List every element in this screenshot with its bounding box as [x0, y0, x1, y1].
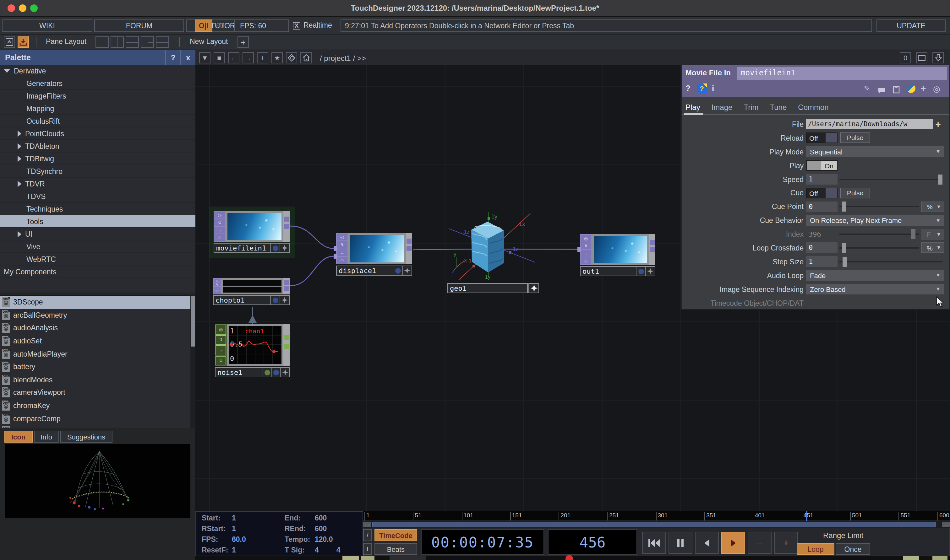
- tree-item-tdableton[interactable]: TDAbleton: [0, 140, 196, 152]
- node-chopto1[interactable]: ◎ ↯ → ♨: [213, 278, 290, 294]
- comment-icon[interactable]: [878, 85, 886, 97]
- new-layout-add-button[interactable]: +: [238, 36, 249, 48]
- output-connector[interactable]: [284, 286, 289, 291]
- param-tab-play[interactable]: Play: [685, 103, 700, 114]
- jump-to-start-button[interactable]: [642, 532, 666, 554]
- bypass-flag-icon[interactable]: ↯: [216, 335, 226, 345]
- param-tab-common[interactable]: Common: [798, 103, 828, 114]
- tree-item-imagefilters[interactable]: ImageFilters: [0, 90, 196, 102]
- increment-button[interactable]: +: [774, 532, 798, 554]
- output-connector[interactable]: [284, 217, 289, 222]
- operator-name-field[interactable]: moviefilein1: [737, 67, 947, 80]
- viewer-flag-icon[interactable]: ◎: [214, 212, 225, 218]
- wiki-button[interactable]: WIKI: [2, 20, 93, 32]
- tree-item-my-components[interactable]: My Components: [0, 266, 196, 278]
- pane-layout-single[interactable]: [96, 36, 109, 48]
- tree-item-ui[interactable]: UI: [0, 228, 196, 240]
- forward-arrow-icon[interactable]: →: [242, 52, 254, 63]
- tree-item-tdsynchro[interactable]: TDSynchro: [0, 165, 196, 178]
- node-name-bar[interactable]: geo1: [447, 283, 528, 293]
- info-button[interactable]: i: [712, 83, 714, 93]
- input-connector[interactable]: [334, 246, 338, 251]
- tree-item-tdbitwig[interactable]: TDBitwig: [0, 152, 196, 165]
- reload-pulse-button[interactable]: Pulse: [840, 133, 870, 143]
- star-flag-icon[interactable]: [279, 296, 289, 305]
- star-flag-icon[interactable]: [402, 266, 412, 275]
- lock-flag-icon[interactable]: ♨: [337, 257, 347, 264]
- pause-button[interactable]: [669, 532, 692, 554]
- tree-item-tools[interactable]: Tools: [0, 215, 196, 228]
- list-item-arcballgeometry[interactable]: COMParcBallGeometry: [0, 309, 190, 322]
- loop-crossfade-slider[interactable]: [839, 247, 919, 249]
- audio-loop-dropdown[interactable]: Fade▼: [806, 270, 944, 281]
- cue-point-slider-handle[interactable]: [842, 202, 846, 212]
- node-geo1-viewport[interactable]: 1y 1x X-1x -1z 1z y 1y: [447, 212, 537, 281]
- once-button[interactable]: Once: [836, 543, 870, 555]
- node-name-bar[interactable]: out1: [580, 266, 655, 276]
- target-icon[interactable]: ◎: [933, 84, 940, 94]
- output-input-toggle[interactable]: O|I: [195, 20, 212, 32]
- expand-arrow-icon[interactable]: [18, 231, 22, 237]
- step-back-button[interactable]: [695, 532, 719, 554]
- node-flag-column[interactable]: ◎ ↯ → ♨: [214, 211, 225, 242]
- timeline-option-i-button[interactable]: I: [363, 543, 372, 555]
- loop-crossfade-value-field[interactable]: 0: [806, 243, 837, 253]
- param-tab-image[interactable]: Image: [712, 103, 733, 114]
- bypass-flag-icon[interactable]: ↯: [214, 219, 225, 226]
- tree-item-techniques[interactable]: Techniques: [0, 203, 196, 215]
- file-path-field[interactable]: /Users/marina/Downloads/w: [806, 119, 933, 130]
- favorite-star-icon[interactable]: ★: [271, 52, 283, 63]
- expand-arrow-icon[interactable]: [18, 143, 22, 149]
- expand-arrow-icon[interactable]: [18, 130, 22, 137]
- playhead[interactable]: [807, 511, 808, 521]
- input-connector[interactable]: [577, 247, 581, 252]
- viewer-flag-icon[interactable]: ◎: [216, 325, 226, 334]
- range-handle-right[interactable]: ...: [942, 522, 950, 527]
- search-icon[interactable]: [286, 52, 297, 63]
- range-handle-left[interactable]: ...: [363, 522, 371, 527]
- list-item-audioanalysis[interactable]: COMPaudioAnalysis: [0, 322, 190, 334]
- maximize-pane-icon[interactable]: [4, 36, 15, 48]
- pane-layout-split-vertical[interactable]: [111, 36, 124, 48]
- list-item-chromakey[interactable]: COMPchromaKey: [0, 399, 190, 412]
- input-connector[interactable]: [334, 254, 338, 258]
- render-flag[interactable]: [393, 266, 402, 275]
- tree-item-tdvr[interactable]: TDVR: [0, 178, 196, 190]
- index-slider[interactable]: [839, 234, 919, 235]
- beats-mode-button[interactable]: Beats: [375, 543, 417, 555]
- stop-square-icon[interactable]: ■: [214, 52, 225, 63]
- cue-point-unit-dropdown[interactable]: %▼: [921, 202, 944, 212]
- palette-help-button[interactable]: ?: [165, 50, 180, 65]
- expand-arrow-icon[interactable]: [18, 180, 22, 187]
- pane-layout-quad[interactable]: [156, 36, 169, 48]
- tree-item-vive[interactable]: Vive: [0, 240, 196, 253]
- list-item-battery[interactable]: COMPbattery: [0, 360, 190, 373]
- cue-point-value-field[interactable]: 0: [806, 202, 837, 212]
- palette-tab-info[interactable]: Info: [34, 431, 59, 443]
- star-flag-icon[interactable]: [280, 368, 289, 377]
- add-icon[interactable]: +: [257, 52, 268, 63]
- back-arrow-icon[interactable]: ←: [228, 52, 239, 63]
- palette-close-button[interactable]: x: [180, 50, 196, 65]
- speed-value-field[interactable]: 1: [806, 174, 837, 185]
- cue-point-slider[interactable]: [839, 206, 919, 208]
- tree-item-generators[interactable]: Generators: [0, 77, 196, 90]
- viewport-rect-icon[interactable]: [916, 52, 927, 63]
- lock-flag-icon[interactable]: ♨: [214, 234, 225, 241]
- palette-tab-icon[interactable]: Icon: [5, 431, 32, 443]
- tree-item-oculusrift[interactable]: OculusRift: [0, 115, 196, 128]
- list-item-cameraviewport[interactable]: COMPcameraViewport: [0, 386, 190, 399]
- render-flag[interactable]: [270, 296, 279, 305]
- palette-list-scrollbar[interactable]: [190, 295, 196, 428]
- node-moviefilein1[interactable]: ◎ ↯ → ♨: [214, 211, 290, 242]
- list-item-automediaplayer[interactable]: COMPautoMediaPlayer: [0, 348, 190, 360]
- node-displace1[interactable]: ◎ ↯ → ♨: [336, 233, 412, 264]
- node-name-bar[interactable]: noise1: [215, 367, 290, 377]
- tree-item-mapping[interactable]: Mapping: [0, 102, 196, 115]
- param-tab-trim[interactable]: Trim: [743, 103, 758, 114]
- pencil-icon[interactable]: ✎: [864, 84, 870, 93]
- export-flag-icon[interactable]: →: [216, 345, 226, 355]
- speed-slider-handle[interactable]: [938, 174, 942, 184]
- viewer-flag-icon[interactable]: ◎: [581, 235, 591, 242]
- cue-toggle[interactable]: Off: [806, 188, 837, 198]
